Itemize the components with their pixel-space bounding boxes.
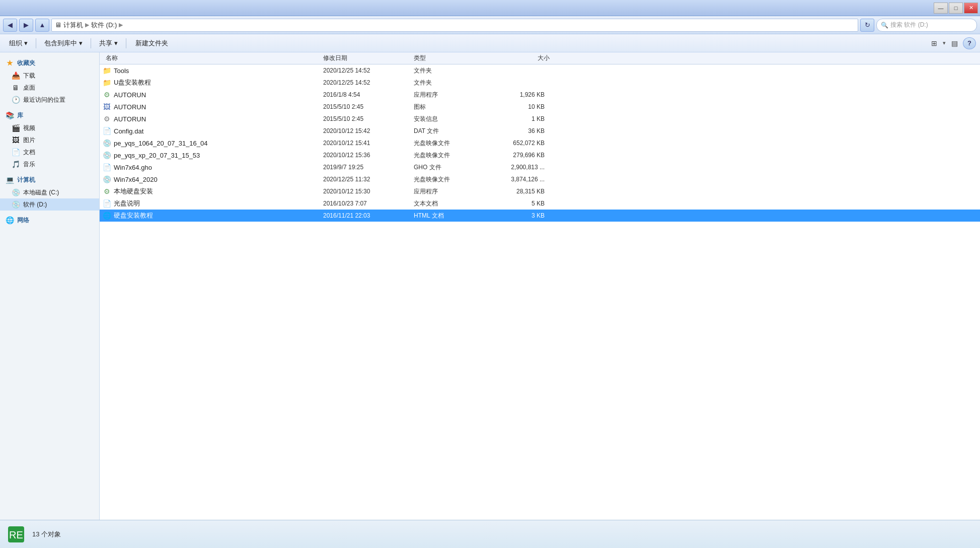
breadcrumb-drive[interactable]: 软件 (D:)	[91, 21, 117, 30]
file-icon: 🌐	[102, 212, 112, 220]
file-name: pe_yqs_xp_20_07_31_15_53	[112, 152, 323, 159]
table-row[interactable]: 📄Config.dat2020/10/12 15:42DAT 文件36 KB	[100, 125, 980, 137]
column-type[interactable]: 类型	[414, 54, 484, 62]
sidebar-section-network: 🌐 网络	[0, 214, 99, 227]
file-icon: 💿	[102, 151, 112, 159]
table-row[interactable]: 📄Win7x64.gho2019/9/7 19:25GHO 文件2,900,81…	[100, 161, 980, 173]
file-type: HTML 文档	[414, 212, 484, 220]
table-row[interactable]: ⚙AUTORUN2016/1/8 4:54应用程序1,926 KB	[100, 89, 980, 101]
file-date: 2015/5/10 2:45	[323, 115, 414, 122]
organize-button[interactable]: 组织 ▾	[4, 36, 33, 50]
forward-button[interactable]: ▶	[19, 19, 33, 32]
table-row[interactable]: 📁Tools2020/12/25 14:52文件夹	[100, 64, 980, 77]
search-box[interactable]: 🔍 搜索 软件 (D:)	[876, 19, 977, 32]
title-bar: — □ ✕	[0, 0, 980, 16]
toolbar-separator-3	[126, 38, 126, 48]
file-type: 光盘映像文件	[414, 151, 484, 160]
sidebar: ★ 收藏夹 📥 下载 🖥 桌面 🕐 最近访问的位置 📚 库	[0, 52, 100, 520]
drive-d-label: 软件 (D:)	[23, 200, 47, 209]
file-icon: 📁	[102, 79, 112, 87]
file-size: 2,900,813 ...	[484, 164, 550, 171]
table-row[interactable]: 🌐硬盘安装教程2016/11/21 22:03HTML 文档3 KB	[100, 210, 980, 222]
breadcrumb-separator: ▶	[85, 22, 89, 28]
table-row[interactable]: 📁U盘安装教程2020/12/25 14:52文件夹	[100, 77, 980, 89]
sidebar-item-desktop[interactable]: 🖥 桌面	[0, 82, 99, 94]
file-icon: 📄	[102, 163, 112, 171]
maximize-button[interactable]: □	[949, 3, 963, 14]
breadcrumb-computer[interactable]: 计算机	[63, 21, 83, 30]
file-size: 3,874,126 ...	[484, 176, 550, 183]
close-button[interactable]: ✕	[964, 3, 978, 14]
file-date: 2020/10/12 15:30	[323, 188, 414, 195]
sidebar-header-favorites[interactable]: ★ 收藏夹	[0, 56, 99, 70]
include-library-button[interactable]: 包含到库中 ▾	[39, 36, 88, 50]
file-name: AUTORUN	[112, 91, 323, 99]
file-list: 📁Tools2020/12/25 14:52文件夹📁U盘安装教程2020/12/…	[100, 64, 980, 520]
computer-icon: 💻	[5, 175, 14, 184]
file-icon: 🖼	[102, 103, 112, 111]
file-name: Config.dat	[112, 127, 323, 135]
sidebar-item-recent[interactable]: 🕐 最近访问的位置	[0, 94, 99, 106]
sidebar-header-library[interactable]: 📚 库	[0, 109, 99, 122]
breadcrumb-arrow: ▶	[119, 22, 123, 28]
table-row[interactable]: 🖼AUTORUN2015/5/10 2:45图标10 KB	[100, 101, 980, 113]
file-size: 3 KB	[484, 212, 550, 219]
table-row[interactable]: ⚙本地硬盘安装2020/10/12 15:30应用程序28,315 KB	[100, 185, 980, 197]
library-icon: 📚	[5, 111, 14, 120]
sidebar-item-documents[interactable]: 📄 文档	[0, 146, 99, 158]
downloads-label: 下载	[23, 72, 35, 80]
music-label: 音乐	[23, 160, 35, 169]
file-type: 应用程序	[414, 187, 484, 196]
music-icon: 🎵	[11, 160, 20, 169]
file-size: 652,072 KB	[484, 140, 550, 147]
table-row[interactable]: 📄光盘说明2016/10/23 7:07文本文档5 KB	[100, 197, 980, 210]
file-size: 10 KB	[484, 103, 550, 110]
file-type: GHO 文件	[414, 163, 484, 172]
table-row[interactable]: 💿pe_yqs_1064_20_07_31_16_042020/10/12 15…	[100, 137, 980, 149]
file-type: 文件夹	[414, 66, 484, 75]
toolbar-separator-1	[36, 38, 36, 48]
back-button[interactable]: ◀	[3, 19, 17, 32]
recent-label: 最近访问的位置	[23, 96, 65, 104]
file-type: 图标	[414, 103, 484, 111]
refresh-button[interactable]: ↻	[860, 19, 874, 32]
up-button[interactable]: ▲	[35, 19, 49, 32]
main-content: ★ 收藏夹 📥 下载 🖥 桌面 🕐 最近访问的位置 📚 库	[0, 52, 980, 520]
file-name: Tools	[112, 67, 323, 75]
file-icon: ⚙	[102, 115, 112, 123]
table-row[interactable]: ⚙AUTORUN2015/5/10 2:45安装信息1 KB	[100, 113, 980, 125]
downloads-icon: 📥	[11, 71, 20, 80]
help-button[interactable]: ?	[963, 37, 976, 49]
documents-icon: 📄	[11, 148, 20, 157]
sidebar-header-network[interactable]: 🌐 网络	[0, 214, 99, 227]
sidebar-section-library: 📚 库 🎬 视频 🖼 图片 📄 文档 🎵 音乐	[0, 109, 99, 170]
file-type: DAT 文件	[414, 127, 484, 135]
sidebar-item-drive-d[interactable]: 💿 软件 (D:)	[0, 198, 99, 211]
organize-dropdown-icon: ▾	[24, 39, 28, 47]
sidebar-header-computer[interactable]: 💻 计算机	[0, 173, 99, 186]
breadcrumb[interactable]: 🖥 计算机 ▶ 软件 (D:) ▶	[51, 19, 858, 32]
table-row[interactable]: 💿pe_yqs_xp_20_07_31_15_532020/10/12 15:3…	[100, 149, 980, 161]
sidebar-item-pictures[interactable]: 🖼 图片	[0, 134, 99, 146]
column-size[interactable]: 大小	[484, 54, 550, 62]
file-icon: 📄	[102, 199, 112, 208]
address-bar: ◀ ▶ ▲ 🖥 计算机 ▶ 软件 (D:) ▶ ↻ 🔍 搜索 软件 (D:)	[0, 16, 980, 34]
table-row[interactable]: 💿Win7x64_20202020/12/25 11:32光盘映像文件3,874…	[100, 173, 980, 185]
column-name[interactable]: 名称	[102, 54, 323, 62]
view-toggle-button[interactable]: ⊞	[928, 37, 941, 49]
file-name: 光盘说明	[112, 199, 323, 208]
sidebar-item-drive-c[interactable]: 💿 本地磁盘 (C:)	[0, 186, 99, 198]
sidebar-item-music[interactable]: 🎵 音乐	[0, 158, 99, 170]
file-area: 名称 修改日期 类型 大小 📁Tools2020/12/25 14:52文件夹📁…	[100, 52, 980, 520]
minimize-button[interactable]: —	[934, 3, 948, 14]
toolbar: 组织 ▾ 包含到库中 ▾ 共享 ▾ 新建文件夹 ⊞ ▾ ▤ ?	[0, 34, 980, 52]
sidebar-item-video[interactable]: 🎬 视频	[0, 122, 99, 134]
column-date[interactable]: 修改日期	[323, 54, 414, 62]
new-folder-button[interactable]: 新建文件夹	[129, 36, 174, 50]
file-name: AUTORUN	[112, 115, 323, 123]
file-size: 1 KB	[484, 115, 550, 122]
sidebar-item-downloads[interactable]: 📥 下载	[0, 70, 99, 82]
share-button[interactable]: 共享 ▾	[94, 36, 123, 50]
preview-pane-button[interactable]: ▤	[948, 37, 961, 49]
video-icon: 🎬	[11, 123, 20, 132]
